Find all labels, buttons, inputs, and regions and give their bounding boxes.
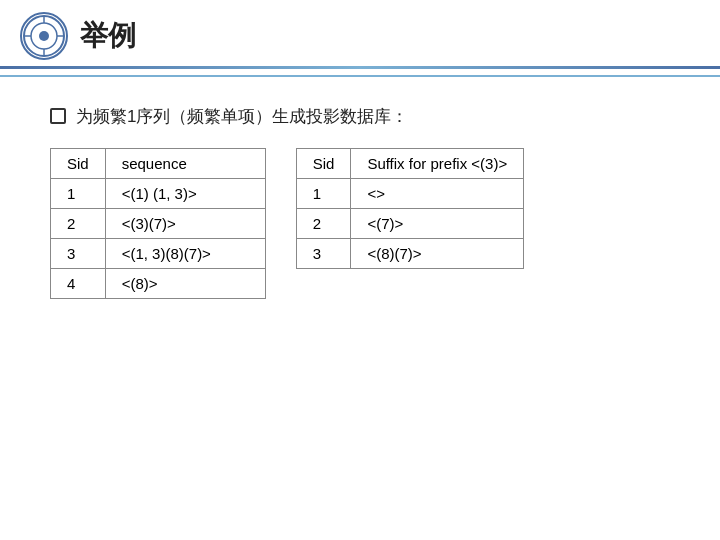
table-row: 1<> xyxy=(296,178,523,208)
right-table: Sid Suffix for prefix <(3)> 1<>2<(7)>3<(… xyxy=(296,148,524,269)
bullet-icon xyxy=(50,108,66,124)
table-cell: <(8)(7)> xyxy=(351,238,524,268)
svg-point-2 xyxy=(39,31,49,41)
table-row: 2<(3)(7)> xyxy=(51,208,266,238)
page-title: 举例 xyxy=(80,17,136,55)
table-header-row: Sid sequence xyxy=(51,148,266,178)
table-cell: 3 xyxy=(51,238,106,268)
table-cell: <(8)> xyxy=(105,268,265,298)
main-content: 为频繁1序列（频繁单项）生成投影数据库： Sid sequence 1<(1) … xyxy=(0,95,720,309)
right-col-sid: Sid xyxy=(296,148,351,178)
table-cell: 3 xyxy=(296,238,351,268)
divider-top xyxy=(0,66,720,69)
divider-bottom xyxy=(0,75,720,77)
bullet-text: 为频繁1序列（频繁单项）生成投影数据库： xyxy=(76,105,408,128)
right-col-suffix: Suffix for prefix <(3)> xyxy=(351,148,524,178)
table-cell: <> xyxy=(351,178,524,208)
table-row: 1<(1) (1, 3)> xyxy=(51,178,266,208)
table-row: 3<(1, 3)(8)(7)> xyxy=(51,238,266,268)
table-cell: 1 xyxy=(296,178,351,208)
table-row: 3<(8)(7)> xyxy=(296,238,523,268)
table-cell: <(7)> xyxy=(351,208,524,238)
table-row: 2<(7)> xyxy=(296,208,523,238)
logo xyxy=(20,12,68,60)
table-cell: 4 xyxy=(51,268,106,298)
left-table: Sid sequence 1<(1) (1, 3)>2<(3)(7)>3<(1,… xyxy=(50,148,266,299)
table-cell: <(1, 3)(8)(7)> xyxy=(105,238,265,268)
table-cell: <(1) (1, 3)> xyxy=(105,178,265,208)
table-cell: 2 xyxy=(51,208,106,238)
right-header-row: Sid Suffix for prefix <(3)> xyxy=(296,148,523,178)
tables-container: Sid sequence 1<(1) (1, 3)>2<(3)(7)>3<(1,… xyxy=(50,148,680,299)
left-col-sequence: sequence xyxy=(105,148,265,178)
left-col-sid: Sid xyxy=(51,148,106,178)
table-cell: 2 xyxy=(296,208,351,238)
table-row: 4<(8)> xyxy=(51,268,266,298)
header: 举例 xyxy=(0,0,720,66)
table-cell: <(3)(7)> xyxy=(105,208,265,238)
table-cell: 1 xyxy=(51,178,106,208)
bullet-row: 为频繁1序列（频繁单项）生成投影数据库： xyxy=(50,105,680,128)
